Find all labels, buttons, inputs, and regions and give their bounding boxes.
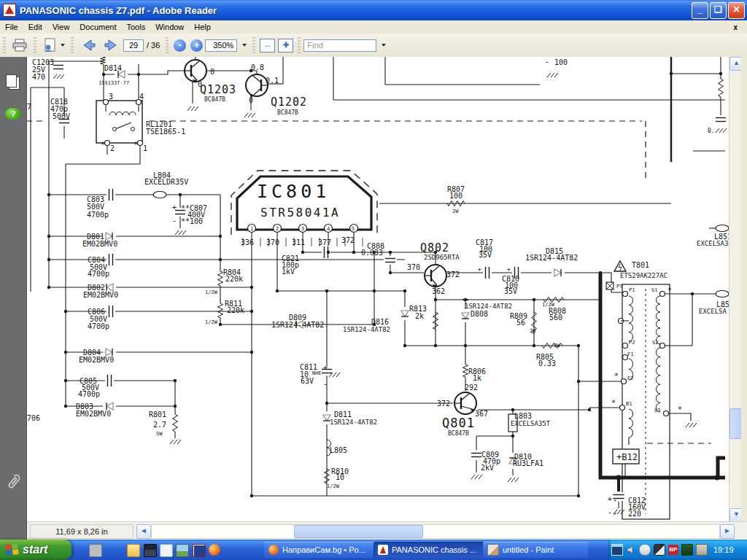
schematic-shape [250,494,253,497]
menu-file[interactable]: File [0,21,23,33]
schematic-text: - [545,58,549,66]
schematic-shape [107,253,115,266]
close-document-icon[interactable]: x [728,22,743,33]
schematic-shape [716,128,719,133]
document-page: C120325V470D8141SS133T-77Q1203BC847B3421… [27,57,729,521]
tray-clock: 19:19 [713,545,734,554]
previous-page-button[interactable] [77,35,100,55]
zoom-dropdown-button[interactable] [237,35,249,55]
schematic-shape [433,312,438,330]
restore-button[interactable]: ❏ [710,2,727,19]
schematic-text: R801 [149,411,166,419]
schematic-text: 220k [227,306,244,314]
menu-edit[interactable]: Edit [23,21,47,33]
notepad-icon[interactable] [160,544,173,557]
schematic-shape [219,235,222,238]
schematic-shape [276,289,279,292]
schematic-shape [175,230,179,235]
taskbar-window-firefox[interactable]: НаправиСам.bg • Po... [264,542,376,558]
schematic-text: 3 [301,226,304,232]
network-icon[interactable] [611,544,623,556]
schematic-text: Q1202 [271,96,307,109]
schematic-text: 1SR124-4AT82 [525,254,578,262]
zoom-in-button[interactable]: + [190,39,203,52]
card-reader-icon[interactable] [681,544,693,556]
schematic-text: 1SS133T-77 [98,80,129,86]
horizontal-scroll-thumb[interactable] [294,525,423,538]
schematic-shape [153,192,166,198]
image-viewer-icon[interactable] [176,544,189,557]
schematic-text: - [323,380,328,388]
schematic-text: EXCELSA [699,308,727,315]
page-number-input[interactable] [123,39,144,52]
task-scheduler-icon[interactable] [696,544,708,556]
find-dropdown-button[interactable] [376,35,389,55]
scroll-right-button[interactable]: ► [720,524,735,539]
schematic-shape [373,289,376,292]
schematic-text: TSE1865-1 [146,128,185,136]
minimize-button[interactable]: _ [692,2,708,19]
schematic-shape [463,365,468,377]
pointer-device-icon[interactable] [654,544,665,556]
schematic-text: 2W [452,209,459,214]
menu-window[interactable]: Window [150,21,189,33]
find-input[interactable]: Find [303,39,376,52]
schematic-shape [250,310,253,313]
pages-panel-button[interactable] [6,74,19,89]
scroll-left-button[interactable]: ◄ [136,524,151,539]
attachments-panel-button[interactable] [6,472,20,494]
schematic-shape [577,344,580,347]
schematic-text: 362 [432,287,445,295]
schematic-shape [511,408,514,411]
schematic-shape [588,408,591,411]
schematic-shape [389,251,392,254]
folder-icon[interactable] [127,544,140,557]
fit-width-button[interactable]: ↔ [260,39,275,52]
taskbar-window-paint[interactable]: untitled - Paint [483,542,588,558]
horizontal-scrollbar[interactable] [151,524,720,539]
schematic-shape [173,414,178,432]
fit-page-button[interactable]: ✚ [278,39,293,52]
next-page-button[interactable] [100,35,123,55]
keyboard-layout-badge[interactable]: BP [668,545,678,555]
schematic-shape [138,141,143,146]
mouse-icon[interactable] [639,544,651,556]
menu-tools[interactable]: Tools [122,21,151,33]
schematic-shape [479,475,482,479]
keyboard-icon[interactable] [89,544,102,557]
status-bar: 11,69 x 8,26 in ◄ ► [27,521,747,540]
taskbar-window-reader[interactable]: PANASONIC chassis ... [374,542,486,558]
schematic-shape [248,113,252,117]
menu-document[interactable]: Document [74,21,121,33]
schematic-text: 2kV [481,464,494,472]
menu-help[interactable]: Help [189,21,216,33]
zoom-out-button[interactable]: - [174,39,186,52]
schematic-text: 1SR124-4AT82 [330,419,377,426]
schematic-text: 0.033 [361,249,383,257]
language-flag-icon[interactable] [193,544,206,557]
firefox-icon[interactable] [209,544,220,556]
schematic-shape [599,271,602,274]
save-copy-button[interactable] [39,35,68,55]
schematic-shape [715,475,720,481]
schematic-text: 1k [473,374,481,382]
menu-view[interactable]: View [47,21,75,33]
schematic-shape [218,303,223,318]
schematic-text: BC847B [204,96,225,103]
close-button[interactable]: ✕ [728,2,745,19]
print-button[interactable] [9,35,31,55]
calculator-icon[interactable] [144,544,157,557]
schematic-text: 100 [554,58,568,66]
schematic-shape [719,128,723,133]
schematic-shape [107,305,115,318]
schematic-shape [107,188,115,201]
schematic-shape [182,230,186,235]
howto-panel-button[interactable]: ? [5,108,21,120]
zoom-level-value[interactable]: 350% [205,39,237,52]
vertical-scrollbar[interactable]: ▲ ▼ [729,57,742,521]
schematic-text: 0 [249,96,253,104]
volume-icon[interactable] [626,545,636,555]
schematic-shape [718,458,725,476]
schematic-shape [554,73,558,77]
start-button[interactable]: start [0,540,71,560]
